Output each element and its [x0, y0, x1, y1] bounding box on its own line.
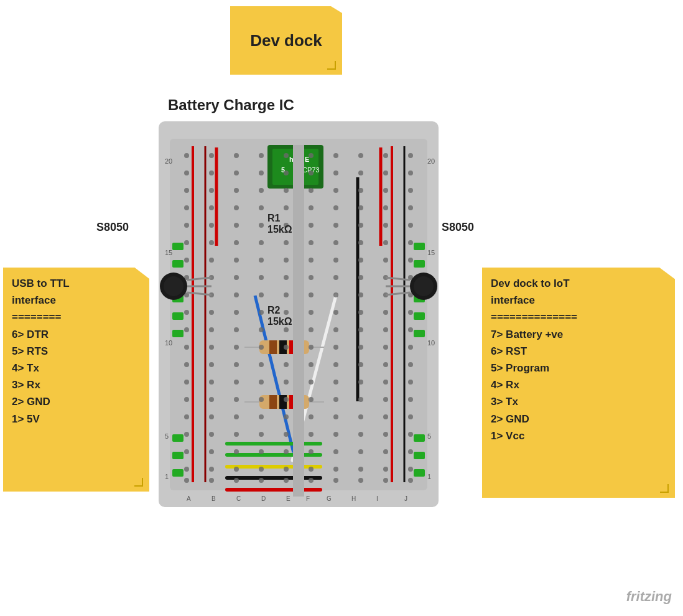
svg-point-164 [358, 170, 363, 175]
svg-point-202 [309, 310, 314, 315]
svg-point-249 [358, 467, 363, 472]
iot-note-line3: 5> Program [491, 362, 549, 374]
svg-point-187 [309, 258, 314, 263]
svg-text:20: 20 [427, 157, 435, 165]
svg-point-185 [383, 240, 388, 245]
svg-point-144 [234, 449, 239, 454]
svg-rect-264 [172, 452, 184, 459]
svg-point-161 [408, 153, 413, 158]
svg-point-175 [383, 205, 388, 210]
svg-point-256 [408, 478, 413, 483]
svg-text:15: 15 [427, 249, 435, 256]
svg-rect-258 [172, 260, 184, 268]
svg-point-77 [184, 223, 189, 228]
svg-point-214 [358, 345, 363, 350]
svg-point-223 [333, 380, 338, 385]
svg-point-206 [408, 310, 413, 315]
svg-point-208 [333, 327, 338, 332]
dev-dock-note: Dev dock [230, 6, 342, 75]
svg-point-222 [309, 380, 314, 385]
dev-dock-title: Dev dock [250, 31, 322, 50]
svg-text:20: 20 [165, 157, 172, 165]
svg-point-181 [408, 223, 413, 228]
svg-point-80 [259, 223, 264, 228]
svg-point-108 [209, 327, 214, 332]
svg-text:1: 1 [427, 473, 431, 480]
svg-point-230 [383, 397, 388, 402]
svg-point-246 [408, 449, 413, 454]
svg-point-213 [333, 345, 338, 350]
s8050-right-label: S8050 [442, 221, 474, 234]
svg-point-151 [284, 467, 289, 472]
svg-point-232 [309, 414, 314, 419]
svg-point-85 [259, 240, 264, 245]
svg-rect-266 [414, 243, 425, 250]
svg-point-123 [209, 380, 214, 385]
svg-point-104 [234, 310, 239, 315]
svg-point-103 [209, 310, 214, 315]
svg-point-203 [333, 310, 338, 315]
svg-point-173 [333, 205, 338, 210]
svg-point-191 [408, 258, 413, 263]
iot-note-line1: 7> Battery +ve [491, 329, 563, 340]
svg-point-228 [333, 397, 338, 402]
svg-rect-285 [293, 145, 304, 497]
svg-point-226 [408, 380, 413, 385]
svg-point-105 [259, 310, 264, 315]
svg-point-111 [284, 327, 289, 332]
svg-point-109 [234, 327, 239, 332]
r1-label: R1 15kΩ [267, 213, 292, 235]
svg-point-174 [358, 205, 363, 210]
svg-point-91 [284, 258, 289, 263]
svg-text:H: H [351, 495, 356, 502]
svg-rect-270 [414, 312, 425, 320]
svg-point-145 [259, 449, 264, 454]
svg-text:h: h [289, 156, 294, 163]
svg-point-219 [358, 362, 363, 367]
svg-point-122 [184, 380, 189, 385]
svg-rect-261 [172, 312, 184, 320]
svg-point-154 [234, 478, 239, 483]
svg-point-253 [333, 478, 338, 483]
svg-point-194 [358, 275, 363, 280]
usb-ttl-note: USB to TTLinterface ======== 6> DTR 5> R… [3, 268, 149, 492]
svg-point-204 [358, 310, 363, 315]
svg-point-190 [383, 258, 388, 263]
svg-rect-46 [269, 395, 277, 409]
iot-note: Dev dock to IoTinterface ============== … [482, 268, 675, 498]
svg-point-178 [333, 223, 338, 228]
svg-point-198 [333, 292, 338, 297]
svg-point-225 [383, 380, 388, 385]
svg-text:10: 10 [165, 339, 172, 347]
svg-point-74 [234, 205, 239, 210]
svg-point-193 [333, 275, 338, 280]
iot-note-title: Dev dock to IoTinterface [491, 278, 570, 306]
svg-point-248 [333, 467, 338, 472]
svg-point-117 [184, 362, 189, 367]
svg-point-199 [358, 292, 363, 297]
svg-rect-273 [414, 452, 425, 459]
svg-point-140 [259, 432, 264, 437]
svg-point-245 [383, 449, 388, 454]
svg-point-149 [234, 467, 239, 472]
svg-point-188 [333, 258, 338, 263]
svg-point-281 [414, 276, 434, 296]
svg-point-69 [234, 188, 239, 193]
svg-point-62 [184, 170, 189, 175]
svg-point-241 [408, 432, 413, 437]
svg-point-66 [284, 170, 289, 175]
svg-point-240 [383, 432, 388, 437]
svg-text:B: B [211, 495, 216, 502]
svg-point-102 [184, 310, 189, 315]
svg-point-212 [309, 345, 314, 350]
svg-text:F: F [306, 495, 310, 502]
svg-point-234 [358, 414, 363, 419]
svg-point-139 [234, 432, 239, 437]
svg-point-251 [408, 467, 413, 472]
svg-point-99 [234, 292, 239, 297]
svg-point-244 [358, 449, 363, 454]
iot-note-line2: 6> RST [491, 345, 527, 357]
svg-point-156 [284, 478, 289, 483]
usb-note-title: USB to TTLinterface [12, 278, 70, 306]
r2-label: R2 15kΩ [267, 305, 292, 327]
